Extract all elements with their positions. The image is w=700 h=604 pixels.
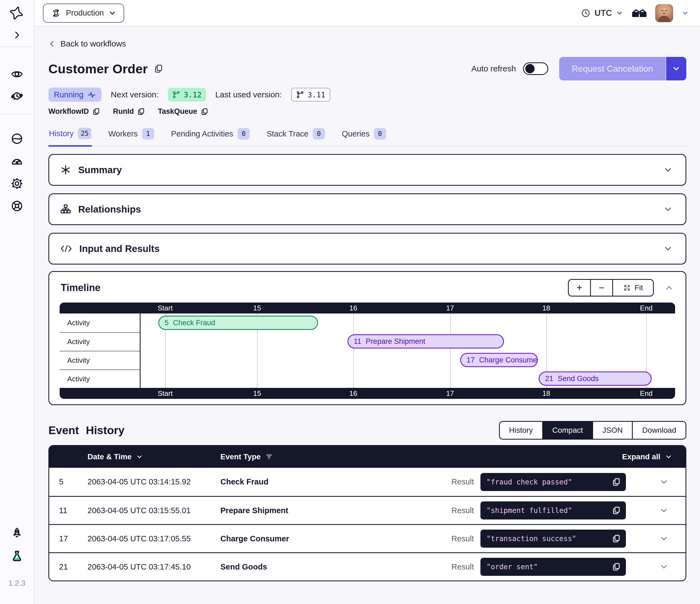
workflow-id-chip: WorkflowID bbox=[48, 107, 100, 116]
copy-icon[interactable] bbox=[154, 64, 164, 74]
zoom-fit-button[interactable]: Fit bbox=[612, 279, 654, 296]
axis-tick: 15 bbox=[253, 304, 261, 312]
expand-sidebar-icon[interactable] bbox=[0, 26, 34, 44]
rocket-icon[interactable] bbox=[0, 523, 34, 545]
collapse-timeline-icon[interactable] bbox=[664, 283, 674, 293]
timeline-bar-send-goods[interactable]: 21 Send Goods bbox=[539, 371, 652, 386]
timezone-selector[interactable]: UTC bbox=[581, 8, 623, 18]
chevron-down-icon[interactable] bbox=[663, 244, 673, 253]
sidebar-divider bbox=[0, 114, 34, 114]
tab-history[interactable]: History 25 bbox=[48, 126, 92, 147]
chevron-down-icon[interactable] bbox=[659, 506, 669, 515]
chevron-down-icon[interactable] bbox=[663, 204, 673, 214]
view-history-button[interactable]: History bbox=[500, 422, 542, 439]
timeline-bar-charge-consumer[interactable]: 17 Charge Consumer bbox=[460, 353, 538, 367]
copy-icon[interactable] bbox=[612, 477, 621, 487]
incognito-glasses-icon[interactable] bbox=[632, 7, 647, 19]
event-table-header: Date & Time Event Type Expand all bbox=[49, 446, 685, 468]
chevron-down-icon[interactable] bbox=[659, 534, 669, 543]
copy-icon[interactable] bbox=[612, 534, 621, 543]
back-link-label: Back to workflows bbox=[60, 39, 126, 48]
request-cancelation-button[interactable]: Request Cancelation bbox=[559, 57, 666, 80]
event-row[interactable]: 21 2063-04-05 UTC 03:17:45.10 Send Goods… bbox=[49, 552, 685, 580]
tab-queries[interactable]: Queries 0 bbox=[341, 126, 386, 146]
relationships-section[interactable]: Relationships bbox=[48, 193, 686, 225]
chevron-down-icon bbox=[665, 453, 672, 461]
event-timestamp: 2063-04-05 UTC 03:17:45.10 bbox=[75, 562, 204, 572]
input-results-section[interactable]: Input and Results bbox=[48, 233, 686, 265]
tab-pending-activities[interactable]: Pending Activities 0 bbox=[171, 126, 250, 146]
sort-date-time[interactable]: Date & Time bbox=[75, 453, 204, 461]
chevron-down-icon[interactable] bbox=[663, 165, 673, 175]
workflows-icon[interactable] bbox=[0, 63, 34, 85]
last-used-version-badge: 3.11 bbox=[291, 88, 330, 101]
section-title: Input and Results bbox=[79, 243, 160, 254]
next-version-label: Next version: bbox=[111, 90, 158, 99]
bar-event-id: 5 bbox=[165, 319, 169, 327]
chevron-down-icon[interactable] bbox=[681, 9, 689, 17]
temporal-logo-icon[interactable] bbox=[0, 0, 34, 26]
usage-icon[interactable] bbox=[0, 150, 34, 172]
event-row[interactable]: 11 2063-04-05 UTC 03:15:55.01 Prepare Sh… bbox=[49, 496, 685, 524]
result-value: "transaction success" bbox=[486, 534, 612, 543]
support-icon[interactable] bbox=[0, 195, 34, 217]
download-button[interactable]: Download bbox=[632, 422, 685, 439]
filter-event-type[interactable]: Event Type bbox=[204, 453, 622, 461]
timeline-axis-bottom: Start 15 16 17 18 End bbox=[59, 388, 675, 399]
copy-icon[interactable] bbox=[137, 107, 145, 116]
auto-refresh-toggle[interactable] bbox=[523, 63, 548, 75]
tab-workers[interactable]: Workers 1 bbox=[108, 126, 154, 146]
event-timestamp: 2063-04-05 UTC 03:15:55.01 bbox=[75, 506, 204, 515]
back-to-workflows-link[interactable]: Back to workflows bbox=[48, 39, 126, 48]
main-content: Back to workflows Customer Order Auto re… bbox=[34, 27, 700, 581]
nexus-icon[interactable] bbox=[0, 127, 34, 150]
view-compact-button[interactable]: Compact bbox=[542, 422, 592, 439]
copy-icon[interactable] bbox=[612, 562, 621, 572]
run-id-label: RunId bbox=[113, 107, 134, 116]
chevron-left-icon bbox=[48, 40, 56, 48]
copy-icon[interactable] bbox=[612, 506, 621, 515]
labs-flask-icon[interactable] bbox=[0, 545, 34, 568]
axis-tick: 17 bbox=[446, 304, 454, 312]
axis-tick: End bbox=[640, 304, 652, 312]
filter-icon bbox=[266, 453, 273, 460]
lane-label: Activity bbox=[59, 369, 140, 388]
event-id: 21 bbox=[59, 562, 75, 572]
zoom-out-button[interactable]: − bbox=[590, 279, 613, 296]
result-value: "shipment fulfilled" bbox=[486, 506, 612, 514]
result-label: Result bbox=[451, 562, 474, 572]
namespace-selector[interactable]: Production bbox=[43, 4, 124, 23]
timeline-bar-check-fraud[interactable]: 5 Check Fraud bbox=[158, 316, 318, 330]
request-cancelation-menu-button[interactable] bbox=[666, 57, 686, 80]
settings-icon[interactable] bbox=[0, 172, 34, 195]
summary-section[interactable]: Summary bbox=[48, 154, 686, 186]
expand-all-button[interactable]: Expand all bbox=[622, 453, 672, 461]
pulse-icon bbox=[87, 90, 96, 99]
axis-tick: Start bbox=[157, 389, 173, 398]
axis-tick: 18 bbox=[542, 389, 550, 398]
avatar[interactable] bbox=[655, 4, 673, 22]
copy-icon[interactable] bbox=[200, 107, 209, 116]
timeline-chart: Start 15 16 17 18 End Activity Activity … bbox=[59, 303, 675, 399]
tab-count-badge: 1 bbox=[142, 128, 154, 140]
lane-label: Activity bbox=[59, 313, 140, 332]
page-title: Customer Order bbox=[48, 61, 148, 76]
view-json-button[interactable]: JSON bbox=[592, 422, 632, 439]
schedules-icon[interactable] bbox=[0, 85, 34, 107]
zoom-in-button[interactable]: + bbox=[568, 279, 591, 296]
event-row[interactable]: 17 2063-04-05 UTC 03:17:05.55 Charge Con… bbox=[49, 524, 685, 552]
event-row[interactable]: 5 2063-04-05 UTC 03:14:15.92 Check Fraud… bbox=[49, 468, 685, 496]
chevron-down-icon bbox=[672, 64, 681, 73]
timezone-label: UTC bbox=[595, 8, 612, 18]
axis-tick: 15 bbox=[253, 389, 261, 398]
axis-tick: 18 bbox=[542, 304, 550, 312]
axis-tick: Start bbox=[157, 304, 173, 312]
tab-stack-trace[interactable]: Stack Trace 0 bbox=[266, 126, 325, 146]
event-type: Charge Consumer bbox=[204, 534, 451, 543]
auto-refresh-label: Auto refresh bbox=[471, 64, 516, 73]
copy-icon[interactable] bbox=[92, 107, 100, 116]
event-timestamp: 2063-04-05 UTC 03:14:15.92 bbox=[75, 477, 204, 486]
chevron-down-icon[interactable] bbox=[659, 562, 669, 572]
chevron-down-icon[interactable] bbox=[659, 477, 669, 487]
timeline-bar-prepare-shipment[interactable]: 11 Prepare Shipment bbox=[348, 334, 504, 348]
